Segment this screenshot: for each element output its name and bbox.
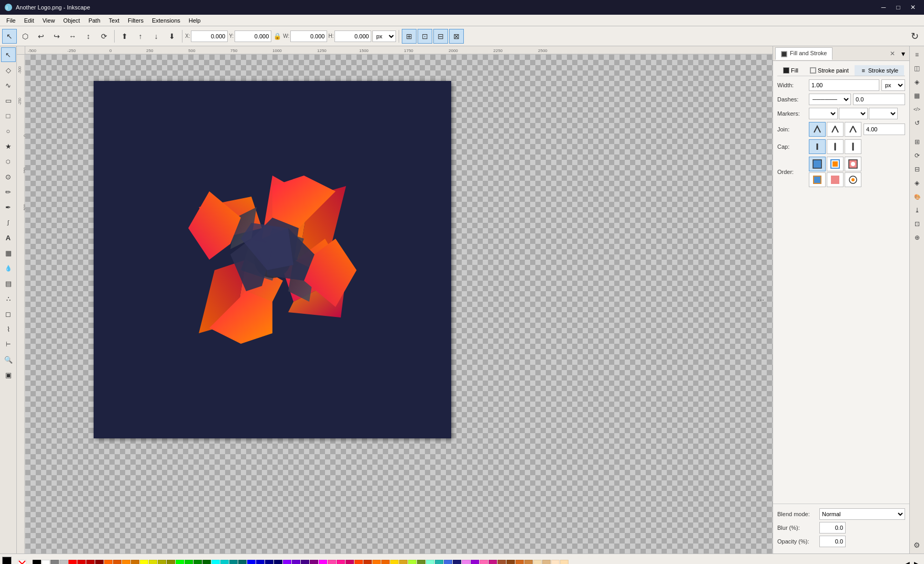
palette-violet[interactable] <box>283 560 291 565</box>
calligraphy-tool-btn[interactable]: ∫ <box>1 215 16 230</box>
palette-orange3[interactable] <box>122 560 130 565</box>
close-button[interactable]: ✕ <box>906 2 920 13</box>
zoom-rect-btn[interactable]: ▭ <box>1 93 16 108</box>
paint-order-3[interactable] <box>845 157 861 171</box>
width-input[interactable] <box>809 79 879 91</box>
menu-object[interactable]: Object <box>59 16 84 25</box>
export-panel-btn[interactable]: ⤓ <box>911 204 923 217</box>
palette-orange2[interactable] <box>113 560 121 565</box>
canvas-scroll[interactable] <box>25 55 773 553</box>
pencil-tool-btn[interactable]: ✏ <box>1 184 16 199</box>
filter-effects-panel-btn[interactable]: ◈ <box>911 177 923 189</box>
palette-white[interactable] <box>42 560 50 565</box>
palette-greenyellow[interactable] <box>408 560 417 565</box>
palette-darkblue[interactable] <box>265 560 273 565</box>
palette-midnightblue[interactable] <box>453 560 461 565</box>
palette-purple[interactable] <box>310 560 318 565</box>
palette-hotpink[interactable] <box>480 560 488 565</box>
palette-wheat[interactable] <box>533 560 542 565</box>
palette-medvioletred[interactable] <box>489 560 497 565</box>
y-input[interactable] <box>235 30 271 42</box>
palette-aquamarine[interactable] <box>426 560 434 565</box>
palette-darkteal[interactable] <box>238 560 247 565</box>
unit-select[interactable]: pxmmin <box>372 30 396 42</box>
connector-tool-btn[interactable]: ⌇ <box>1 322 16 336</box>
layers-panel-btn[interactable]: ≡ <box>911 48 923 61</box>
menu-path[interactable]: Path <box>84 16 105 25</box>
palette-black[interactable] <box>33 560 41 565</box>
palette-saddlebrown[interactable] <box>506 560 515 565</box>
h-input[interactable] <box>334 30 371 42</box>
palette-gold[interactable] <box>390 560 399 565</box>
fill-stroke-tab[interactable]: Fill and Stroke <box>775 47 832 59</box>
raise-btn[interactable]: ↑ <box>133 29 148 44</box>
palette-darkpink[interactable] <box>346 560 354 565</box>
select-all-btn[interactable]: ⬡ <box>18 29 33 44</box>
flip-h-btn[interactable]: ↔ <box>65 29 80 44</box>
mid-marker-select[interactable] <box>839 108 868 119</box>
palette-scroll-right[interactable]: ▶ <box>912 560 922 565</box>
rotate-cw-btn[interactable]: ↪ <box>49 29 64 44</box>
palette-olivedrab[interactable] <box>417 560 425 565</box>
butt-cap-btn[interactable] <box>809 139 826 154</box>
palette-violet2[interactable] <box>462 560 470 565</box>
palette-sienna[interactable] <box>497 560 506 565</box>
menu-help[interactable]: Help <box>185 16 205 25</box>
swatches-panel-btn[interactable]: ▦ <box>911 89 923 102</box>
palette-pink[interactable] <box>328 560 336 565</box>
palette-yellow2[interactable] <box>149 560 157 565</box>
select-tool-btn[interactable]: ↖ <box>1 47 16 62</box>
palette-orangered[interactable] <box>354 560 363 565</box>
bevel-join-btn[interactable] <box>845 122 861 137</box>
palette-purple3[interactable] <box>301 560 309 565</box>
star-tool-btn[interactable]: ★ <box>1 139 16 153</box>
palette-bisque[interactable] <box>551 560 560 565</box>
palette-darkgreen[interactable] <box>194 560 202 565</box>
palette-tangerine[interactable] <box>381 560 390 565</box>
palette-darkviolet[interactable] <box>471 560 479 565</box>
snap-grid-btn[interactable]: ⊠ <box>449 29 464 44</box>
end-marker-select[interactable] <box>869 108 898 119</box>
palette-navy[interactable] <box>274 560 282 565</box>
symbols-panel-btn[interactable]: ◈ <box>911 76 923 88</box>
paint-order-5[interactable] <box>827 172 844 187</box>
width-unit-select[interactable]: pxmmpt <box>881 79 905 91</box>
lock-proportions-btn[interactable]: 🔒 <box>272 32 282 41</box>
rotate-ccw-btn[interactable]: ↩ <box>34 29 48 44</box>
blend-mode-select[interactable]: Normal Multiply Screen Overlay <box>819 508 905 520</box>
eraser-tool-btn[interactable]: ◻ <box>1 306 16 321</box>
dropper-tool-btn[interactable]: 💧 <box>1 261 16 275</box>
palette-yellow[interactable] <box>140 560 148 565</box>
start-marker-select[interactable] <box>809 108 838 119</box>
rectangle-tool-btn[interactable]: □ <box>1 108 16 123</box>
w-input[interactable] <box>290 30 327 42</box>
palette-peru[interactable] <box>524 560 533 565</box>
miter-limit-input[interactable] <box>864 124 905 135</box>
palette-firebrick[interactable] <box>363 560 372 565</box>
palette-teal[interactable] <box>229 560 238 565</box>
palette-magenta[interactable] <box>319 560 327 565</box>
opacity-input[interactable] <box>819 536 846 547</box>
preferences-btn[interactable]: ⚙ <box>911 539 923 551</box>
snap-toolbar-btn[interactable]: ⊞ <box>911 136 923 148</box>
raise-top-btn[interactable]: ⬆ <box>117 29 132 44</box>
flip-v-btn[interactable]: ↕ <box>81 29 96 44</box>
xml-editor-btn[interactable]: </> <box>911 103 923 116</box>
ellipse-tool-btn[interactable]: ○ <box>1 124 16 138</box>
pen-tool-btn[interactable]: ✒ <box>1 200 16 214</box>
palette-goldenrod[interactable] <box>399 560 408 565</box>
3d-box-tool-btn[interactable]: ⬡ <box>1 154 16 169</box>
remove-color-btn[interactable] <box>18 560 26 565</box>
palette-scroll-left[interactable]: ◀ <box>902 560 912 565</box>
palette-royalblue[interactable] <box>444 560 452 565</box>
extensions-panel-btn[interactable]: ⊕ <box>911 231 923 244</box>
paint-bucket-btn[interactable]: ▤ <box>1 276 16 291</box>
close-panel-btn[interactable]: ✕ <box>888 50 897 57</box>
round-cap-btn[interactable] <box>827 139 844 154</box>
align-distribute-btn[interactable]: ⊟ <box>911 163 923 176</box>
palette-darkyellow[interactable] <box>158 560 166 565</box>
palette-darkorange[interactable] <box>131 560 139 565</box>
zoom-tool-btn[interactable]: 🔍 <box>1 352 16 367</box>
resize-page-btn[interactable]: ⊡ <box>911 218 923 230</box>
gradient-tool-btn[interactable]: ▦ <box>1 245 16 260</box>
